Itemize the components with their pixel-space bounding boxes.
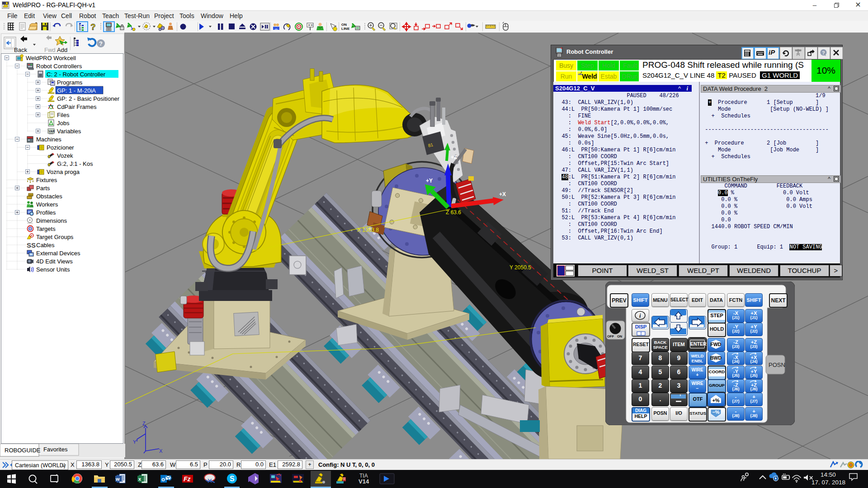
svg-text:Target Groups: Target Groups: [36, 234, 74, 240]
svg-text:Jobs: Jobs: [57, 120, 70, 127]
svg-text:Machines: Machines: [36, 136, 61, 143]
svg-text:CdPair Frames: CdPair Frames: [57, 103, 97, 110]
svg-text:C: 2 - Robot Controller: C: 2 - Robot Controller: [47, 71, 106, 78]
svg-text:X: X: [159, 448, 163, 454]
svg-text:ON: ON: [341, 23, 347, 27]
svg-text:w: w: [115, 476, 120, 482]
svg-text:Add: Add: [57, 47, 67, 53]
svg-text:Y 2050.5: Y 2050.5: [509, 264, 531, 271]
svg-text:Obstacles: Obstacles: [36, 193, 62, 200]
svg-text:Variables: Variables: [57, 128, 81, 135]
svg-text:+Y: +Y: [426, 178, 433, 184]
svg-text:✕✕: ✕✕: [308, 23, 313, 27]
svg-text:17. 07. 2018: 17. 07. 2018: [811, 479, 845, 486]
svg-text:Fixtures: Fixtures: [36, 177, 57, 183]
svg-text:4D Edit Views: 4D Edit Views: [36, 258, 73, 265]
svg-text:Pozicioner: Pozicioner: [47, 144, 74, 151]
svg-text:Vozna proga: Vozna proga: [47, 169, 80, 175]
svg-text:SS: SS: [27, 241, 36, 249]
svg-text:+Z: +Z: [451, 154, 457, 160]
svg-text:+X: +X: [499, 191, 506, 197]
svg-text:Z 63.6: Z 63.6: [446, 209, 461, 216]
svg-text:LINE: LINE: [341, 27, 350, 31]
svg-text:Sensor Units: Sensor Units: [36, 266, 70, 273]
svg-text:VAR: VAR: [48, 130, 55, 133]
svg-text:−%: −%: [712, 409, 719, 415]
svg-text:BWD: BWD: [710, 355, 722, 361]
svg-text:Z: Z: [142, 421, 146, 426]
svg-text:G:2, J:1 - Kos: G:2, J:1 - Kos: [57, 160, 93, 167]
svg-text:Back: Back: [14, 47, 27, 53]
svg-text:X 1363.8: X 1363.8: [357, 227, 379, 233]
svg-text:Fwd: Fwd: [44, 47, 56, 53]
svg-text:Y: Y: [133, 439, 137, 445]
svg-text:Files: Files: [57, 112, 70, 118]
svg-text:V14: V14: [359, 478, 369, 485]
svg-text:Workers: Workers: [36, 201, 58, 208]
svg-text:S: S: [230, 475, 235, 483]
svg-text:FWD: FWD: [711, 342, 722, 347]
svg-text:?: ?: [99, 40, 103, 47]
svg-text:Profiles: Profiles: [36, 209, 56, 216]
svg-text:Vozek: Vozek: [57, 152, 73, 159]
svg-text:Dimensions: Dimensions: [36, 217, 67, 224]
svg-text:?: ?: [822, 50, 825, 56]
svg-text:GP: 2 - Basic Positioner: GP: 2 - Basic Positioner: [57, 95, 120, 102]
svg-text:POSN: POSN: [769, 361, 785, 368]
svg-text:i: i: [639, 312, 641, 319]
svg-text:ON: ON: [617, 334, 622, 338]
svg-text:ROBOGUIDE: ROBOGUIDE: [5, 447, 41, 454]
svg-text:’: ’: [679, 394, 681, 400]
svg-text:Parts: Parts: [36, 185, 50, 192]
svg-text:Robot Controllers: Robot Controllers: [36, 63, 82, 70]
svg-text:GP: 1 - M-20iA: GP: 1 - M-20iA: [57, 87, 96, 94]
svg-text:OFF: OFF: [607, 334, 614, 338]
svg-text:Targets: Targets: [36, 225, 56, 232]
svg-text:o: o: [161, 476, 165, 483]
svg-text:x: x: [138, 476, 142, 482]
svg-text:Fz: Fz: [184, 475, 191, 483]
svg-text:External Devices: External Devices: [36, 250, 80, 257]
svg-text:Cables: Cables: [36, 242, 55, 249]
svg-text:+%: +%: [712, 398, 719, 403]
svg-text:Programs: Programs: [57, 79, 83, 86]
svg-text:?: ?: [90, 22, 96, 32]
svg-text:WeldPRO Workcell: WeldPRO Workcell: [26, 55, 76, 61]
svg-text:14:50: 14:50: [821, 471, 836, 478]
svg-text:Favorites: Favorites: [43, 446, 68, 453]
